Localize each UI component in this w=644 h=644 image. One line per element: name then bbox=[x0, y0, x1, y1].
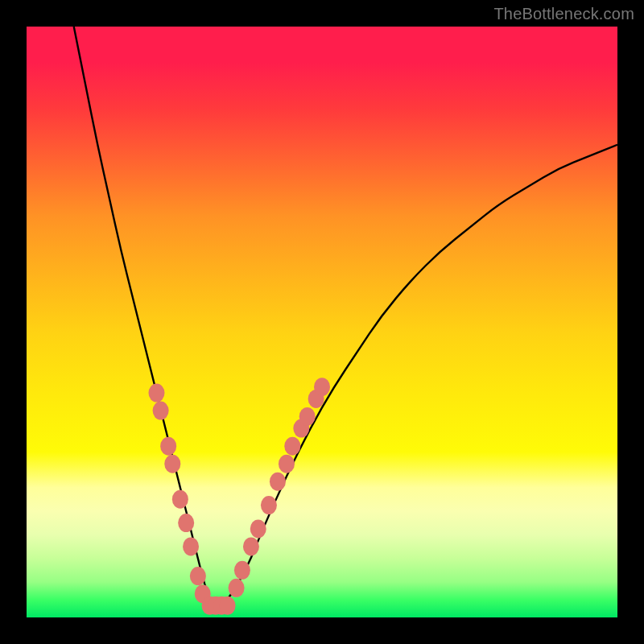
bottleneck-curve bbox=[74, 27, 617, 605]
curve-layer bbox=[27, 27, 617, 617]
data-marker bbox=[153, 402, 169, 420]
data-marker bbox=[148, 384, 164, 402]
data-marker bbox=[243, 537, 259, 555]
data-marker bbox=[190, 567, 206, 585]
data-marker bbox=[279, 455, 295, 473]
data-markers bbox=[148, 378, 330, 615]
data-marker bbox=[261, 496, 277, 514]
data-marker bbox=[314, 378, 330, 396]
data-marker bbox=[284, 437, 300, 456]
curve-path bbox=[74, 27, 617, 605]
data-marker bbox=[234, 561, 250, 580]
data-marker bbox=[299, 407, 316, 426]
chart-frame: TheBottleneck.com bbox=[0, 0, 644, 644]
data-marker bbox=[172, 490, 188, 509]
data-marker bbox=[250, 519, 266, 538]
data-marker bbox=[229, 579, 245, 597]
plot-area bbox=[27, 27, 617, 617]
data-marker bbox=[160, 437, 176, 456]
data-marker bbox=[178, 514, 194, 532]
data-marker bbox=[270, 473, 286, 491]
watermark-text: TheBottleneck.com bbox=[493, 5, 634, 23]
data-marker bbox=[183, 537, 199, 555]
data-marker bbox=[164, 455, 180, 473]
data-marker bbox=[220, 597, 236, 615]
